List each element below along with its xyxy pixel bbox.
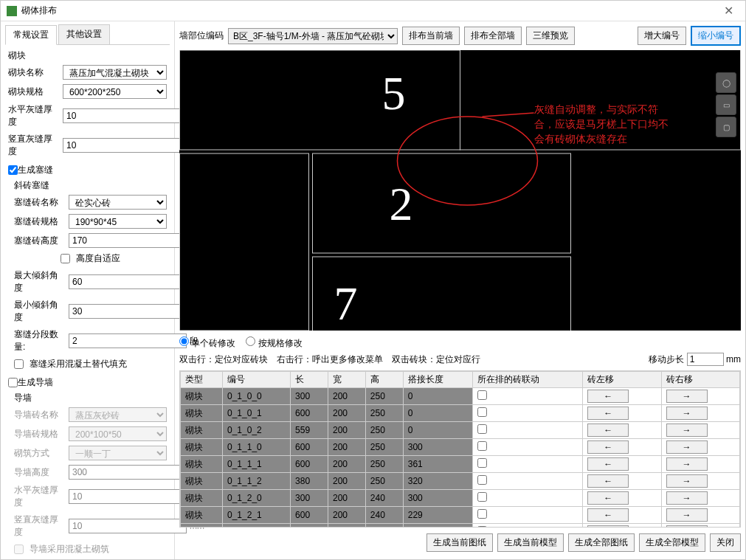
move-left-button[interactable]: ← <box>587 474 629 488</box>
move-left-button[interactable]: ← <box>587 390 629 403</box>
table-hint: 双击行：定位对应砖块 右击行：呼出更多修改菜单 双击砖块：定位对应行 <box>179 353 480 366</box>
canvas-number-7: 7 <box>334 277 358 330</box>
table-header[interactable]: 搭接长度 <box>403 372 472 388</box>
plug-spec-select[interactable]: 190*90*45 <box>69 214 167 229</box>
table-header[interactable]: 砖右移 <box>661 372 739 388</box>
row-link-checkbox[interactable] <box>477 509 487 519</box>
canvas-number-5: 5 <box>382 67 406 120</box>
table-row[interactable]: 砌块0_1_0_25592002500←→ <box>181 422 740 439</box>
block-name-select[interactable]: 蒸压加气混凝土砌块 <box>63 65 167 80</box>
table-row[interactable]: 砌块0_1_0_03002002500←→ <box>181 388 740 405</box>
canvas-tool-3[interactable]: ▢ <box>716 117 736 137</box>
table-row[interactable]: 砌块0_1_2_0300200240300←→ <box>181 490 740 507</box>
move-left-button[interactable]: ← <box>587 407 629 420</box>
v-joint-input[interactable] <box>63 138 181 153</box>
top-toolbar: 墙部位编码 B区_3F-轴号1/M-外墙 - 蒸压加气砼砌块 排布当前墙 排布全… <box>179 26 741 46</box>
canvas-tool-2[interactable]: ▭ <box>716 94 736 115</box>
table-header[interactable]: 长 <box>291 372 328 388</box>
auto-height-checkbox[interactable] <box>61 254 70 263</box>
plug-concrete-checkbox[interactable] <box>14 359 24 369</box>
move-right-button[interactable]: → <box>666 407 708 420</box>
layout-all-button[interactable]: 排布全部墙 <box>464 27 522 45</box>
mode-single[interactable]: 单个砖修改 <box>179 336 235 350</box>
seg-count-input[interactable] <box>69 333 187 348</box>
block-spec-select[interactable]: 600*200*250 <box>63 84 167 99</box>
brick-table[interactable]: 类型编号长宽高搭接长度所在排的砖联动砖左移砖右移 砌块0_1_0_0300200… <box>179 370 741 528</box>
titlebar: 砌体排布 ✕ <box>1 1 745 21</box>
table-row[interactable]: 砌块0_1_1_1600200250361←→ <box>181 456 740 473</box>
move-left-button[interactable]: ← <box>587 491 629 505</box>
tab-general[interactable]: 常规设置 <box>5 25 57 45</box>
enlarge-num-button[interactable]: 增大编号 <box>638 27 686 45</box>
guide-spec-select: 200*100*50 <box>69 426 167 441</box>
move-right-button[interactable]: → <box>666 424 708 437</box>
table-header[interactable]: 所在排的砖联动 <box>472 372 583 388</box>
row-link-checkbox[interactable] <box>477 475 487 485</box>
svg-rect-0 <box>180 50 460 150</box>
move-right-button[interactable]: → <box>666 474 708 488</box>
move-right-button[interactable]: → <box>666 440 708 454</box>
step-input[interactable] <box>687 353 724 366</box>
gen-all-model-button[interactable]: 生成全部模型 <box>639 533 705 552</box>
move-left-button[interactable]: ← <box>587 424 629 437</box>
row-link-checkbox[interactable] <box>477 407 487 417</box>
svg-rect-2 <box>313 153 571 253</box>
move-left-button[interactable]: ← <box>587 508 629 522</box>
row-link-checkbox[interactable] <box>477 458 487 468</box>
annotation-line3: 会有砖砌体灰缝存在 <box>534 133 627 145</box>
plug-group-title: 斜砖塞缝 <box>14 179 167 192</box>
mode-spec[interactable]: 按规格修改 <box>246 336 302 350</box>
canvas-tool-1[interactable]: ◯ <box>716 72 736 93</box>
gen-current-model-button[interactable]: 生成当前模型 <box>497 533 564 552</box>
plug-height-input[interactable] <box>69 233 187 248</box>
gen-guide-checkbox[interactable] <box>8 378 18 387</box>
h-joint-input[interactable] <box>63 108 181 123</box>
plug-name-select[interactable]: 砼实心砖 <box>69 195 167 210</box>
guide-method-select: 一顺一丁 <box>69 446 167 460</box>
sidebar: 常规设置 其他设置 砌块 砌块名称 蒸压加气混凝土砌块 砌块规格 600*200… <box>1 21 175 559</box>
table-row[interactable]: 砌块0_1_0_16002002500←→ <box>181 405 740 422</box>
min-angle-input[interactable] <box>69 304 187 319</box>
table-header[interactable]: 高 <box>365 372 403 388</box>
table-header[interactable]: 类型 <box>181 372 223 388</box>
table-header[interactable]: 宽 <box>328 372 365 388</box>
row-link-checkbox[interactable] <box>477 492 487 502</box>
svg-rect-3 <box>180 153 309 331</box>
step-label: 移动步长 <box>649 353 684 366</box>
close-icon[interactable]: ✕ <box>718 4 739 18</box>
close-button[interactable]: 关闭 <box>710 533 741 552</box>
canvas-viewport[interactable]: 5 2 7 灰缝自动调整，与实际不符 合，应该是马牙槎上下口均不 会有砖砌体灰缝… <box>179 50 741 331</box>
table-header[interactable]: 砖左移 <box>583 372 661 388</box>
move-right-button[interactable]: → <box>666 457 708 471</box>
move-right-button[interactable]: → <box>666 491 708 505</box>
table-row[interactable]: 砌块0_1_2_1600200240229←→ <box>181 507 740 524</box>
row-link-checkbox[interactable] <box>477 390 487 400</box>
table-row[interactable]: 砌块0_1_1_0600200250300←→ <box>181 439 740 456</box>
gen-plug-label: 生成塞缝 <box>18 164 53 176</box>
max-angle-input[interactable] <box>69 274 187 289</box>
move-right-button[interactable]: → <box>666 390 708 403</box>
layout-current-button[interactable]: 排布当前墙 <box>402 27 460 45</box>
move-left-button[interactable]: ← <box>587 440 629 454</box>
move-left-button[interactable]: ← <box>587 457 629 471</box>
gen-current-drawing-button[interactable]: 生成当前图纸 <box>426 533 493 552</box>
move-right-button[interactable]: → <box>666 508 708 522</box>
window-title: 砌体排布 <box>21 4 718 17</box>
guide-height-input <box>69 465 187 480</box>
tab-other[interactable]: 其他设置 <box>58 24 110 44</box>
gen-all-drawing-button[interactable]: 生成全部图纸 <box>568 533 635 552</box>
h-joint-label: 水平灰缝厚度 <box>8 103 60 128</box>
gen-plug-checkbox[interactable] <box>8 165 18 175</box>
row-link-checkbox[interactable] <box>477 441 487 451</box>
gen-guide-label: 生成导墙 <box>18 376 53 389</box>
wall-code-select[interactable]: B区_3F-轴号1/M-外墙 - 蒸压加气砼砌块 <box>228 28 398 44</box>
shrink-num-button[interactable]: 缩小编号 <box>691 26 741 46</box>
block-group-title: 砌块 <box>8 49 167 62</box>
app-icon <box>7 6 17 16</box>
table-header[interactable]: 编号 <box>223 372 291 388</box>
guide-name-select: 蒸压灰砂砖 <box>69 407 167 422</box>
row-link-checkbox[interactable] <box>477 424 487 434</box>
preview-3d-button[interactable]: 三维预览 <box>526 27 575 45</box>
annotation-line2: 合，应该是马牙槎上下口均不 <box>534 118 669 130</box>
table-row[interactable]: 砌块0_1_1_2380200250320←→ <box>181 473 740 490</box>
